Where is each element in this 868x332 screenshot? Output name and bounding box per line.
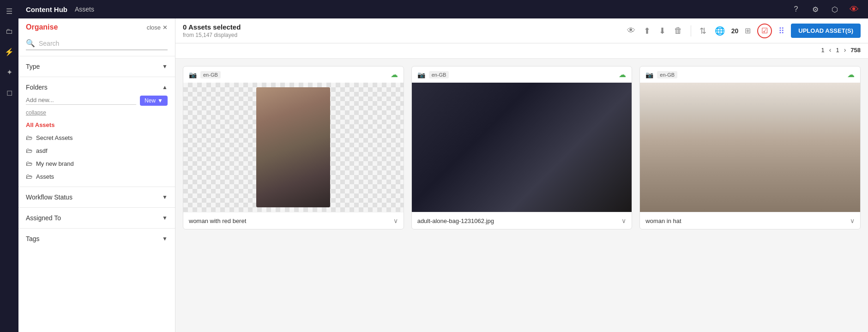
nav-section: Assets — [75, 6, 94, 13]
assigned-to-label: Assigned To — [26, 214, 61, 222]
footer-chevron-2[interactable]: ∨ — [621, 217, 626, 224]
asset-card-3: 📷 en-GB ☁ woman in hat ∨ — [639, 66, 861, 229]
page-prev-button[interactable]: ‹ — [827, 45, 833, 54]
download-button[interactable]: ⬇ — [657, 24, 668, 38]
top-nav: Content Hub Assets ? ⚙ ⬡ 👁 — [18, 0, 868, 18]
asset-card-1: 📷 en-GB ☁ woman with red beret ∨ — [183, 66, 404, 229]
pagination: 1 ‹ 1 › 758 — [175, 43, 868, 59]
brand-title: Content Hub — [26, 6, 67, 13]
delete-button[interactable]: 🗑 — [672, 24, 684, 37]
folders-label: Folders — [26, 84, 48, 91]
folder-item-label: asdf — [36, 147, 48, 154]
folder-item-label: My new brand — [36, 160, 74, 167]
view-count[interactable]: 20 — [731, 27, 739, 35]
assigned-to-header[interactable]: Assigned To ▼ — [18, 208, 175, 228]
folder-icon-secret: 🗁 — [26, 134, 32, 141]
menu-icon[interactable]: ☰ — [3, 5, 16, 18]
asset-thumbnail-1[interactable] — [183, 83, 404, 212]
asset-card-2: 📷 en-GB ☁ adult-alone-bag-1231062.jpg ∨ — [411, 66, 633, 229]
type-filter-label: Type — [26, 63, 40, 70]
page-current: 1 — [821, 47, 824, 54]
folder-item-all-assets[interactable]: All Assets — [22, 119, 171, 131]
toolbar-divider — [691, 25, 691, 36]
star-icon[interactable]: ✦ — [3, 66, 16, 78]
type-filter-section: Type ▼ — [18, 56, 175, 77]
tags-chevron-icon: ▼ — [162, 235, 168, 242]
filter-icon[interactable]: ⚡ — [3, 45, 16, 58]
sidebar: Organise close ✕ 🔍 Type ▼ Folders ▲ — [18, 18, 175, 332]
page-next-button[interactable]: › — [842, 45, 848, 54]
folder-icon[interactable]: 🗀 — [3, 25, 16, 38]
main-layout: Organise close ✕ 🔍 Type ▼ Folders ▲ — [18, 18, 868, 332]
asset-card-1-header: 📷 en-GB ☁ — [183, 66, 404, 83]
nav-left: Content Hub Assets — [26, 6, 94, 13]
page-total: 758 — [850, 47, 861, 54]
close-label: close — [147, 24, 161, 31]
locale-badge-2: en-GB — [429, 71, 449, 78]
close-button[interactable]: close ✕ — [147, 24, 168, 31]
add-folder-input[interactable] — [26, 97, 136, 105]
collapse-link[interactable]: collapse — [18, 109, 175, 119]
asset-card-2-header: 📷 en-GB ☁ — [412, 66, 632, 83]
type-filter-header[interactable]: Type ▼ — [18, 56, 175, 77]
search-section: 🔍 — [18, 36, 175, 56]
asset-grid: 📷 en-GB ☁ woman with red beret ∨ — [175, 59, 868, 332]
folders-header[interactable]: Folders ▲ — [18, 77, 175, 94]
workflow-status-header[interactable]: Workflow Status ▼ — [18, 187, 175, 207]
type-chevron-icon: ▼ — [162, 63, 168, 70]
asset-name-3: woman in hat — [645, 217, 850, 224]
search-icon: 🔍 — [26, 39, 35, 48]
search-box: 🔍 — [26, 39, 168, 50]
toolbar: 0 Assets selected from 15,147 displayed … — [175, 18, 868, 43]
folder-icon-brand: 🗁 — [26, 160, 32, 167]
preview-assets-button[interactable]: 👁 — [625, 24, 637, 37]
content-area: 0 Assets selected from 15,147 displayed … — [175, 18, 868, 332]
search-input[interactable] — [39, 40, 168, 47]
upload-button[interactable]: ⬆ — [642, 24, 652, 38]
folders-chevron-icon: ▲ — [162, 84, 168, 91]
asset-card-3-footer: woman in hat ∨ — [640, 212, 860, 229]
workflow-status-section: Workflow Status ▼ — [18, 187, 175, 207]
select-all-button[interactable]: ☑ — [757, 24, 772, 38]
box-icon[interactable]: ◻ — [3, 86, 16, 99]
sort-button[interactable]: ⇅ — [698, 24, 708, 38]
folder-item-asdf[interactable]: 🗁 asdf — [22, 144, 171, 157]
export-button[interactable]: ⬡ — [828, 3, 841, 16]
folder-item-assets[interactable]: 🗁 Assets — [22, 170, 171, 183]
new-folder-button[interactable]: New ▼ — [140, 96, 168, 106]
folder-item-my-new-brand[interactable]: 🗁 My new brand — [22, 157, 171, 170]
asset-card-2-footer: adult-alone-bag-1231062.jpg ∨ — [412, 212, 632, 229]
organise-title: Organise — [26, 23, 58, 31]
asset-thumbnail-3[interactable] — [640, 83, 860, 212]
folder-icon-assets: 🗁 — [26, 173, 32, 180]
asset-card-1-footer: woman with red beret ∨ — [183, 212, 404, 229]
grid-dots-button[interactable]: ⠿ — [777, 24, 786, 38]
footer-chevron-1[interactable]: ∨ — [393, 217, 398, 224]
icon-rail: ☰ 🗀 ⚡ ✦ ◻ — [0, 0, 18, 332]
sidebar-header: Organise close ✕ — [18, 18, 175, 36]
upload-assets-button[interactable]: UPLOAD ASSET(S) — [791, 24, 861, 38]
assigned-to-section: Assigned To ▼ — [18, 207, 175, 228]
preview-button[interactable]: 👁 — [848, 3, 861, 16]
asset-thumbnail-2[interactable] — [412, 83, 632, 212]
language-button[interactable]: 🌐 — [713, 24, 727, 38]
folder-item-label: Secret Assets — [36, 134, 72, 141]
tags-header[interactable]: Tags ▼ — [18, 229, 175, 249]
assets-selected: 0 Assets selected — [183, 23, 241, 31]
grid-view-button[interactable]: ⊞ — [743, 24, 753, 37]
workflow-chevron-icon: ▼ — [162, 194, 168, 200]
folder-item-label: Assets — [36, 173, 54, 180]
locale-badge-3: en-GB — [657, 71, 677, 78]
help-button[interactable]: ? — [790, 3, 802, 16]
assets-displayed: from 15,147 displayed — [183, 32, 241, 38]
folders-section: Folders ▲ New ▼ collapse All Assets 🗁 Se… — [18, 77, 175, 187]
folder-item-label: All Assets — [26, 121, 54, 128]
close-icon: ✕ — [163, 24, 168, 31]
page-prev-num: 1 — [836, 47, 839, 54]
folder-item-secret-assets[interactable]: 🗁 Secret Assets — [22, 131, 171, 144]
cloud-icon-2: ☁ — [619, 70, 626, 79]
camera-icon-2: 📷 — [417, 71, 425, 78]
cloud-icon-1: ☁ — [391, 70, 398, 79]
settings-button[interactable]: ⚙ — [809, 3, 822, 16]
footer-chevron-3[interactable]: ∨ — [850, 217, 855, 224]
